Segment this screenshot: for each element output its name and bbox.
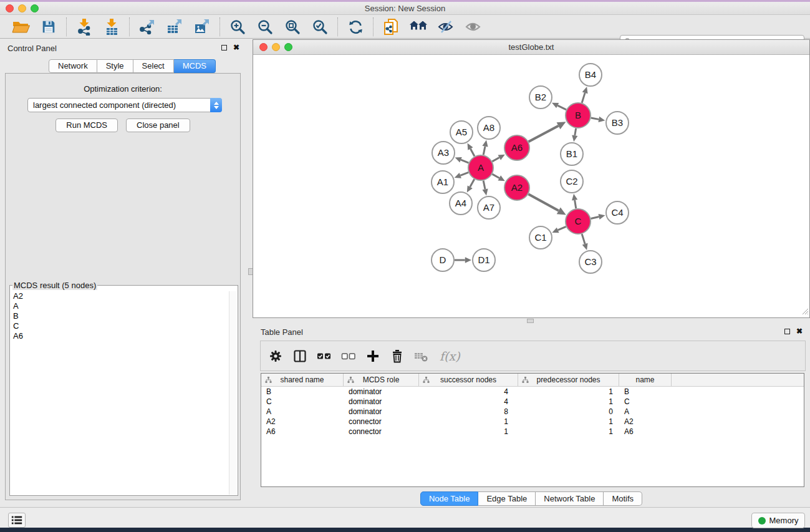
network-minimize-button[interactable]	[272, 43, 280, 51]
float-panel-icon[interactable]	[221, 45, 227, 51]
gear-icon[interactable]	[268, 349, 283, 364]
table-row[interactable]: A6connector11A6	[261, 427, 804, 437]
graph-edge-B-B1[interactable]	[575, 128, 576, 135]
export-table-icon[interactable]	[165, 17, 185, 36]
mcds-result-item[interactable]: A	[11, 301, 228, 311]
graph-edge-B-B3[interactable]	[591, 118, 599, 119]
delete-column-icon[interactable]	[390, 349, 405, 364]
run-mcds-button[interactable]: Run MCDS	[55, 118, 118, 132]
table-cell: 0	[518, 407, 619, 417]
column-header-shared-name[interactable]: shared name	[261, 374, 344, 386]
column-header-label: predecessor nodes	[536, 375, 600, 384]
network-maximize-button[interactable]	[284, 43, 292, 51]
graph-edge-arrowhead	[455, 173, 461, 178]
tab-style[interactable]: Style	[97, 59, 133, 73]
split-columns-icon[interactable]	[292, 349, 307, 364]
close-panel-button[interactable]: Close panel	[126, 118, 190, 132]
memory-button[interactable]: Memory	[751, 513, 805, 528]
column-header-label: successor nodes	[440, 375, 496, 384]
optimization-criterion-select[interactable]: largest connected component (directed)	[27, 98, 222, 112]
zoom-fit-icon[interactable]	[282, 17, 302, 36]
zoom-out-icon[interactable]	[255, 17, 275, 36]
graph-edge-arrowhead	[482, 188, 488, 195]
graph-edge-arrowhead	[572, 135, 577, 142]
graph-edge-A-A3[interactable]	[461, 160, 468, 163]
graph-edge-A-A7[interactable]	[483, 181, 485, 190]
graph-edge-C-C1[interactable]	[558, 226, 566, 230]
home-layout-icon[interactable]	[408, 17, 428, 36]
show-graphics-icon[interactable]	[463, 17, 483, 36]
graph-edge-A6-B[interactable]	[529, 126, 559, 142]
close-window-button[interactable]	[6, 4, 14, 12]
mcds-result-scrollbar[interactable]	[229, 291, 237, 495]
export-image-icon[interactable]	[192, 17, 212, 36]
zoom-in-icon[interactable]	[228, 17, 248, 36]
table-cell: C	[261, 397, 344, 407]
table-panel-title: Table Panel	[261, 327, 303, 337]
graph-edge-A-A6[interactable]	[492, 158, 499, 162]
tab-mcds[interactable]: MCDS	[174, 59, 216, 73]
tab-motifs[interactable]: Motifs	[604, 491, 642, 506]
refresh-layout-icon[interactable]	[345, 17, 365, 36]
table-row[interactable]: Adominator80A	[261, 407, 804, 417]
graph-edge-C-C2[interactable]	[575, 200, 576, 208]
graph-edge-C-C3[interactable]	[582, 234, 585, 244]
tab-network[interactable]: Network	[49, 59, 97, 73]
task-history-button[interactable]	[8, 513, 26, 528]
mcds-result-item[interactable]: B	[11, 311, 228, 321]
export-network-icon[interactable]	[137, 17, 157, 36]
table-toolbar: f(x)	[260, 341, 806, 371]
graph-edge-A-A4[interactable]	[470, 179, 475, 186]
hide-graphics-icon[interactable]	[436, 17, 456, 36]
graph-edge-A-A2[interactable]	[492, 174, 499, 178]
graph-edge-A-A1[interactable]	[460, 172, 468, 175]
resize-grip-icon[interactable]	[801, 307, 809, 317]
duplicate-network-icon[interactable]	[381, 17, 401, 36]
table-row[interactable]: Cdominator41C	[261, 397, 804, 407]
graph-edge-B-B2[interactable]	[557, 105, 566, 110]
mcds-result-list[interactable]: A2ABCA6	[11, 291, 228, 495]
deselect-all-checks-icon[interactable]	[341, 349, 356, 364]
graph-edge-A-A5[interactable]	[470, 149, 475, 157]
graph-edge-A2-C[interactable]	[528, 194, 558, 211]
control-panel: Control Panel ✖ NetworkStyleSelectMCDS O…	[2, 40, 243, 506]
float-table-panel-icon[interactable]	[784, 329, 790, 334]
close-table-panel-icon[interactable]: ✖	[796, 328, 803, 334]
mcds-result-item[interactable]: A2	[11, 291, 228, 301]
table-cell: 1	[419, 427, 518, 437]
network-window-titlebar: testGlobe.txt	[253, 40, 809, 55]
column-header-successor-nodes[interactable]: successor nodes	[419, 374, 518, 386]
graph-node-label: B3	[612, 117, 623, 128]
minimize-window-button[interactable]	[18, 4, 26, 12]
table-cell: 1	[518, 397, 619, 407]
import-network-icon[interactable]	[74, 17, 94, 36]
save-session-icon[interactable]	[39, 17, 59, 36]
tab-select[interactable]: Select	[133, 59, 174, 73]
open-session-icon[interactable]	[11, 17, 31, 36]
column-header-name[interactable]: name	[619, 374, 672, 386]
graph-edge-C-C4[interactable]	[591, 217, 599, 219]
add-column-icon[interactable]	[365, 349, 380, 364]
select-all-checks-icon[interactable]	[317, 349, 332, 364]
graph-edge-A-A8[interactable]	[483, 147, 485, 155]
zoom-selected-icon[interactable]	[310, 17, 330, 36]
network-canvas-svg[interactable]: B4B2BB3A8A5A6B1A3AA1C2A2A4A7CC4C1C3DD1	[253, 55, 809, 317]
mcds-result-item[interactable]: A6	[11, 331, 228, 341]
maximize-window-button[interactable]	[31, 4, 39, 12]
mcds-result-item[interactable]: C	[11, 321, 228, 331]
attribute-type-icon	[347, 377, 354, 384]
close-panel-icon[interactable]: ✖	[233, 44, 239, 51]
horizontal-splitter-handle[interactable]	[527, 319, 534, 323]
table-row[interactable]: Bdominator41B	[261, 387, 804, 397]
network-close-button[interactable]	[259, 43, 268, 51]
table-cell: A6	[619, 427, 672, 437]
tab-network-table[interactable]: Network Table	[536, 491, 604, 506]
tab-edge-table[interactable]: Edge Table	[478, 491, 536, 506]
graph-edge-B-B4[interactable]	[582, 93, 585, 103]
import-table-icon[interactable]	[102, 17, 122, 36]
tab-node-table[interactable]: Node Table	[420, 491, 479, 506]
column-header-MCDS-role[interactable]: MCDS role	[344, 374, 419, 386]
table-row[interactable]: A2connector11A2	[261, 417, 804, 427]
column-header-predecessor-nodes[interactable]: predecessor nodes	[518, 374, 619, 386]
function-builder-icon: f(x)	[440, 349, 460, 363]
